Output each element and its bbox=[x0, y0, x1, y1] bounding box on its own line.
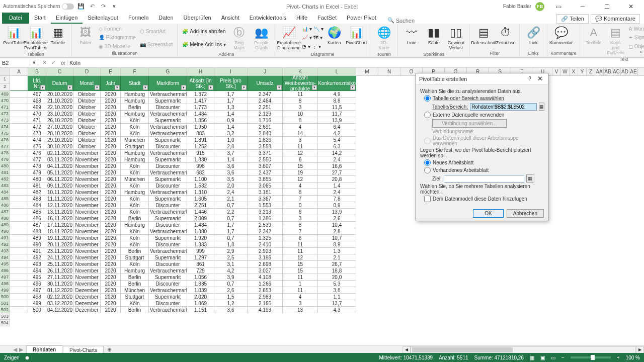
cell[interactable]: Verbrauchermarkt bbox=[149, 91, 187, 98]
cell[interactable]: 24.11.2020 bbox=[46, 254, 73, 261]
cell[interactable]: 3.181 bbox=[248, 189, 283, 196]
cell[interactable]: 3.213 bbox=[248, 209, 283, 215]
row-header-476[interactable]: 476 bbox=[0, 137, 10, 143]
cell[interactable]: Köln bbox=[121, 300, 149, 307]
cell[interactable]: 1,8 bbox=[214, 241, 248, 248]
cell[interactable]: 13,9 bbox=[318, 209, 356, 215]
cell[interactable]: 1,7 bbox=[214, 91, 248, 98]
cell[interactable]: 2020 bbox=[101, 130, 121, 137]
cell[interactable]: 489 bbox=[28, 235, 46, 241]
cell[interactable]: 2020 bbox=[101, 307, 121, 313]
cell[interactable]: 4 bbox=[283, 294, 318, 300]
cell[interactable]: 29.10.2020 bbox=[46, 137, 73, 143]
cell[interactable]: November bbox=[73, 241, 101, 248]
cell[interactable]: Berlin bbox=[121, 104, 149, 111]
row-header-480[interactable]: 480 bbox=[0, 163, 10, 169]
col-header-AD[interactable]: AD bbox=[621, 68, 629, 75]
cell[interactable]: Köln bbox=[121, 241, 149, 248]
cell[interactable]: Hamburg bbox=[121, 189, 149, 196]
cell[interactable]: Supermarkt bbox=[149, 254, 187, 261]
cell[interactable]: 468 bbox=[28, 98, 46, 104]
cell[interactable]: Verbrauchermarkt bbox=[149, 169, 187, 176]
cell[interactable]: November bbox=[73, 183, 101, 189]
row-header-474[interactable]: 474 bbox=[0, 124, 10, 130]
cell[interactable]: 11 bbox=[283, 143, 318, 150]
filter-dropdown-icon[interactable]: ▾ bbox=[143, 85, 148, 90]
cell[interactable]: 09.11.2020 bbox=[46, 183, 73, 189]
cell[interactable]: 1.310 bbox=[187, 189, 214, 196]
cell[interactable]: München bbox=[121, 137, 149, 143]
piktogramme-button[interactable]: 👤 Piktogramme bbox=[97, 34, 137, 41]
cell[interactable]: 1 bbox=[283, 281, 318, 287]
cell[interactable]: 474 bbox=[28, 137, 46, 143]
share-button[interactable]: 🔗 Teilen bbox=[556, 14, 589, 24]
zoom-value[interactable]: 100 % bbox=[626, 355, 640, 360]
cell[interactable]: 2,4 bbox=[318, 156, 356, 163]
cell[interactable]: 1.039 bbox=[187, 287, 214, 294]
cell[interactable]: Berlin bbox=[121, 274, 149, 281]
cell[interactable]: 15 bbox=[283, 163, 318, 169]
cell[interactable]: 01.12.2020 bbox=[46, 287, 73, 294]
cell[interactable]: 1.856 bbox=[187, 117, 214, 124]
cell[interactable]: 477 bbox=[28, 156, 46, 163]
cell[interactable]: 3 bbox=[283, 104, 318, 111]
cell[interactable]: 26.11.2020 bbox=[46, 267, 73, 274]
cell[interactable]: 2,9 bbox=[214, 248, 248, 254]
view-break-icon[interactable]: ▭ bbox=[551, 355, 555, 360]
view-page-icon[interactable]: ▣ bbox=[540, 355, 545, 360]
wordart-button[interactable]: A WordArt bbox=[627, 26, 644, 32]
cell[interactable]: Oktober bbox=[73, 111, 101, 117]
cell[interactable]: 26,7 bbox=[318, 261, 356, 267]
cell[interactable]: Berlin bbox=[121, 215, 149, 222]
row-header-482[interactable]: 482 bbox=[0, 176, 10, 183]
row-header-481[interactable]: 481 bbox=[0, 169, 10, 176]
cell[interactable]: 1.252 bbox=[187, 143, 214, 150]
cell[interactable]: Discounter bbox=[149, 202, 187, 209]
cell[interactable]: Hamburg bbox=[121, 111, 149, 117]
cell[interactable]: 0,7 bbox=[214, 235, 248, 241]
cell[interactable]: 7 bbox=[283, 196, 318, 202]
row-header-487[interactable]: 487 bbox=[0, 209, 10, 215]
cell[interactable]: 482 bbox=[28, 189, 46, 196]
cell[interactable]: 2020 bbox=[101, 267, 121, 274]
cell[interactable]: 0,7 bbox=[214, 215, 248, 222]
cell[interactable]: 1,4 bbox=[214, 156, 248, 163]
col-header-V[interactable]: V bbox=[552, 68, 561, 75]
cell[interactable]: Supermarkt bbox=[149, 156, 187, 163]
cell[interactable]: 03.12.2020 bbox=[46, 300, 73, 307]
row-header-495[interactable]: 495 bbox=[0, 261, 10, 267]
cell[interactable]: 3 bbox=[283, 215, 318, 222]
cell[interactable]: 1,0 bbox=[214, 137, 248, 143]
3dkarte-button[interactable]: 🌐3D- Karte bbox=[373, 25, 394, 52]
cell[interactable]: 8 bbox=[283, 189, 318, 196]
cell[interactable]: 13.11.2020 bbox=[46, 209, 73, 215]
cell[interactable]: 3,7 bbox=[214, 150, 248, 156]
ribbon-collapse-icon[interactable]: ˄ bbox=[639, 51, 642, 56]
cell[interactable]: 6 bbox=[283, 156, 318, 163]
row-header-490[interactable]: 490 bbox=[0, 228, 10, 235]
cell[interactable]: 3.371 bbox=[248, 150, 283, 156]
cell[interactable]: 486 bbox=[28, 215, 46, 222]
cell[interactable]: 492 bbox=[28, 254, 46, 261]
cell[interactable]: 1.266 bbox=[248, 281, 283, 287]
row-header-498[interactable]: 498 bbox=[0, 281, 10, 287]
col-header-M[interactable]: M bbox=[356, 68, 378, 75]
cell[interactable]: November bbox=[73, 156, 101, 163]
search-label[interactable]: Suchen bbox=[396, 18, 415, 24]
col-header-W[interactable]: W bbox=[561, 68, 570, 75]
cancel-button[interactable]: Abbrechen bbox=[507, 209, 544, 218]
cell[interactable]: 3,5 bbox=[214, 176, 248, 183]
cell[interactable]: 15 bbox=[283, 267, 318, 274]
undo-icon[interactable]: ↶ bbox=[88, 3, 96, 11]
cell[interactable]: 2020 bbox=[101, 156, 121, 163]
cell[interactable]: 4,3 bbox=[318, 307, 356, 313]
cell[interactable]: Oktober bbox=[73, 143, 101, 150]
filter-dropdown-icon[interactable]: ▾ bbox=[181, 85, 186, 90]
cell[interactable]: 2020 bbox=[101, 228, 121, 235]
cell[interactable]: Hamburg bbox=[121, 156, 149, 163]
cell[interactable]: 1,7 bbox=[214, 222, 248, 228]
karten-button[interactable]: 🌍Karten bbox=[324, 25, 345, 47]
cell[interactable]: November bbox=[73, 196, 101, 202]
cell[interactable]: 5,3 bbox=[318, 281, 356, 287]
row-header-492[interactable]: 492 bbox=[0, 241, 10, 248]
